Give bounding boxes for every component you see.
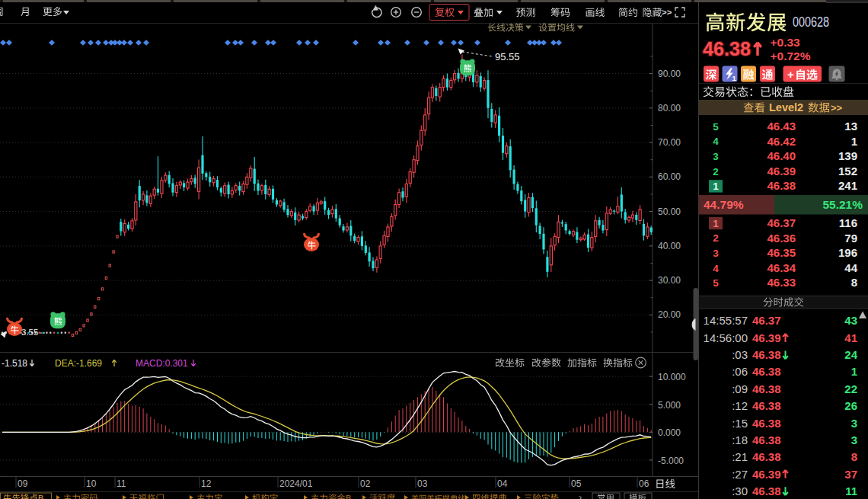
svg-text:44.79%: 44.79% [704, 198, 744, 211]
svg-text:46.37: 46.37 [767, 216, 796, 229]
svg-text:152: 152 [838, 165, 857, 178]
svg-text:46.35: 46.35 [767, 246, 796, 259]
svg-text:55.21%: 55.21% [822, 198, 863, 211]
svg-text:116: 116 [839, 216, 857, 229]
svg-text:30.00: 30.00 [658, 275, 681, 286]
svg-text:46.33: 46.33 [767, 276, 796, 289]
svg-text:46.38: 46.38 [703, 37, 751, 60]
svg-text::09: :09 [732, 382, 748, 395]
svg-text:40.00: 40.00 [658, 241, 681, 251]
svg-text:46.38: 46.38 [752, 365, 781, 378]
svg-text:46.38: 46.38 [752, 399, 781, 412]
svg-text:46.37: 46.37 [752, 314, 781, 327]
svg-text:2: 2 [713, 166, 719, 178]
svg-text:05: 05 [571, 478, 582, 489]
svg-text:43: 43 [844, 314, 857, 327]
svg-text:02: 02 [360, 478, 371, 489]
svg-text:80.00: 80.00 [658, 103, 681, 114]
svg-text:13: 13 [844, 120, 857, 133]
svg-text:1: 1 [851, 365, 857, 378]
svg-text:46.43: 46.43 [767, 120, 796, 133]
svg-text:44: 44 [844, 261, 857, 274]
svg-text:46.39: 46.39 [752, 331, 781, 344]
svg-text:26: 26 [844, 399, 857, 412]
svg-text:41: 41 [844, 331, 857, 344]
svg-text:B: B [38, 494, 43, 499]
svg-text:+0.72%: +0.72% [771, 50, 811, 62]
svg-text:95.55: 95.55 [495, 51, 520, 62]
svg-text:46.38: 46.38 [752, 433, 781, 446]
svg-text:46.36: 46.36 [767, 232, 796, 245]
svg-text:46.34: 46.34 [767, 261, 796, 274]
svg-text:3: 3 [851, 433, 857, 446]
svg-text:2: 2 [713, 232, 719, 244]
svg-text:1: 1 [851, 135, 857, 148]
svg-text::27: :27 [732, 468, 748, 481]
svg-text:MACD:0.301: MACD:0.301 [136, 358, 188, 369]
svg-text:24: 24 [844, 348, 857, 361]
svg-text:8: 8 [851, 276, 857, 289]
svg-text:79: 79 [844, 232, 857, 245]
svg-text:196: 196 [838, 246, 857, 259]
svg-text:5: 5 [713, 121, 719, 133]
svg-text:+0.33: +0.33 [771, 36, 801, 49]
svg-text:3: 3 [851, 417, 857, 430]
svg-text:20.00: 20.00 [658, 309, 681, 320]
svg-text:139: 139 [838, 149, 857, 162]
svg-text:60.00: 60.00 [658, 171, 681, 182]
svg-text:1: 1 [713, 181, 719, 192]
svg-text:4: 4 [713, 136, 719, 147]
svg-text:1: 1 [713, 218, 719, 229]
svg-text:0.000: 0.000 [658, 427, 681, 438]
svg-text:Level2: Level2 [769, 101, 803, 114]
svg-text:1: 1 [732, 74, 737, 82]
svg-text:50.00: 50.00 [658, 206, 681, 217]
svg-text:90.00: 90.00 [658, 69, 681, 79]
svg-text:06: 06 [639, 478, 649, 489]
svg-text:4: 4 [713, 263, 719, 274]
svg-text:-1.518: -1.518 [2, 358, 27, 369]
svg-text:241: 241 [838, 179, 857, 192]
svg-text:37: 37 [844, 468, 857, 481]
svg-text::21: :21 [732, 450, 748, 463]
svg-text:46.38: 46.38 [752, 348, 781, 361]
svg-text:10: 10 [86, 478, 97, 489]
svg-text:46.38: 46.38 [752, 382, 781, 395]
svg-text:›: › [579, 491, 582, 499]
svg-text:09: 09 [18, 478, 28, 489]
svg-text:14:55:57: 14:55:57 [704, 314, 748, 327]
svg-text::18: :18 [732, 433, 748, 446]
svg-text:46.38: 46.38 [752, 450, 781, 463]
svg-text:22: 22 [844, 382, 857, 395]
svg-text:8: 8 [851, 450, 857, 463]
svg-text:>>: >> [831, 102, 843, 114]
svg-text:46.40: 46.40 [767, 149, 796, 162]
svg-text::30: :30 [732, 485, 748, 497]
svg-text:46.42: 46.42 [767, 135, 796, 148]
svg-text:46.39: 46.39 [767, 165, 796, 178]
svg-text:46.38: 46.38 [767, 179, 796, 192]
svg-text:>>: >> [662, 8, 672, 17]
svg-text:-5.000: -5.000 [658, 456, 684, 466]
svg-text:2024/01: 2024/01 [279, 478, 313, 489]
svg-text:10.000: 10.000 [658, 372, 686, 382]
svg-text:000628: 000628 [793, 14, 829, 30]
svg-text:70.00: 70.00 [658, 137, 681, 148]
svg-text:11: 11 [845, 485, 857, 497]
svg-text:46.38: 46.38 [752, 417, 781, 430]
svg-text:03: 03 [417, 478, 428, 489]
svg-text::12: :12 [732, 399, 748, 412]
svg-text:46.39: 46.39 [752, 468, 781, 481]
svg-text:46.38: 46.38 [752, 485, 781, 497]
svg-text:5.000: 5.000 [658, 400, 681, 411]
svg-text::03: :03 [732, 348, 748, 361]
svg-text::15: :15 [732, 417, 748, 430]
svg-text:+: + [787, 68, 794, 81]
svg-text:12: 12 [201, 478, 212, 489]
svg-text:14:56:00: 14:56:00 [704, 331, 748, 344]
svg-text::06: :06 [732, 365, 748, 378]
svg-text:04: 04 [497, 478, 508, 489]
svg-text:DEA:-1.669: DEA:-1.669 [55, 358, 102, 369]
svg-text:5: 5 [713, 277, 719, 289]
svg-text:3: 3 [713, 151, 719, 162]
